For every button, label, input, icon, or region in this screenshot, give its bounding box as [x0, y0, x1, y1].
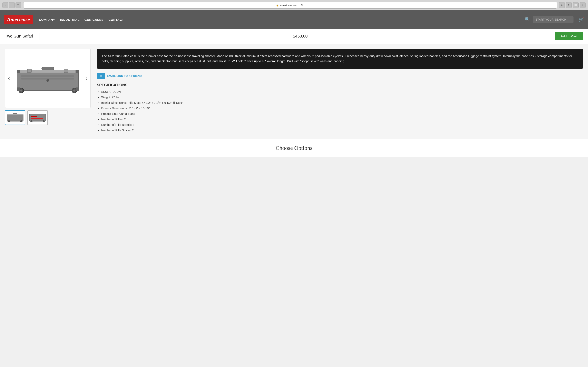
next-image-button[interactable]: ›: [84, 74, 89, 82]
svg-point-5: [20, 90, 22, 92]
cart-button[interactable]: 🛒: [579, 17, 584, 22]
svg-rect-23: [31, 118, 43, 119]
svg-rect-20: [13, 113, 17, 114]
product-bar: Two Gun Safari $453.00 Add to Cart: [0, 29, 588, 44]
email-link-text: EMAIL LINK TO A FRIEND: [107, 75, 142, 77]
url-text: americase.com: [280, 4, 298, 7]
svg-rect-9: [17, 70, 20, 73]
spec-product-line: Product Line: Aluma-Trans: [101, 112, 583, 116]
lock-icon: 🔒: [276, 4, 279, 7]
address-bar[interactable]: 🔒 americase.com ↻: [23, 2, 557, 8]
nav-company[interactable]: COMPANY: [39, 18, 55, 21]
nav-gun-cases[interactable]: GUN CASES: [85, 18, 104, 21]
back-button[interactable]: ‹: [2, 2, 8, 8]
spec-weight: Weight: 27 lbs: [101, 95, 583, 100]
description-box: The AT-2 Gun Safari case is the premier …: [97, 49, 583, 69]
forward-button[interactable]: ›: [9, 2, 15, 8]
svg-rect-11: [17, 87, 20, 91]
site-header: Americase COMPANY INDUSTRIAL GUN CASES C…: [0, 10, 588, 29]
main-nav: COMPANY INDUSTRIAL GUN CASES CONTACT: [39, 18, 525, 21]
svg-point-25: [43, 120, 45, 122]
search-input[interactable]: [533, 16, 573, 23]
svg-rect-22: [31, 116, 37, 117]
email-icon: ✉: [97, 73, 105, 79]
svg-point-24: [30, 120, 33, 122]
image-gallery: ‹: [5, 49, 91, 134]
new-tab-button[interactable]: +: [580, 2, 586, 8]
main-image-wrapper: ‹: [5, 49, 91, 108]
website: Americase COMPANY INDUSTRIAL GUN CASES C…: [0, 10, 588, 157]
browser-nav-buttons: ‹ › ☰: [2, 2, 21, 8]
search-area: 🔍 🛒: [525, 16, 584, 23]
thumbnails: [5, 110, 91, 125]
svg-point-17: [8, 120, 10, 122]
svg-rect-1: [17, 70, 78, 73]
nav-industrial[interactable]: INDUSTRIAL: [60, 18, 80, 21]
options-divider-right: [316, 148, 583, 148]
logo-text: Americase: [7, 17, 30, 22]
specs-title: SPECIFICATIONS: [97, 83, 583, 87]
spec-num-rifles: Number of Rifles: 2: [101, 117, 583, 122]
svg-point-18: [20, 120, 22, 122]
spec-interior-dimensions: Interior Dimensions: Rifle Slots: 47 1/2…: [101, 101, 583, 105]
browser-actions: ⬇ ⬆ ⬜ +: [559, 2, 586, 8]
add-to-cart-button[interactable]: Add to Cart: [555, 32, 583, 40]
spec-num-stocks: Number of Rifle Stocks: 2: [101, 128, 583, 133]
options-divider-left: [5, 148, 272, 148]
svg-rect-12: [76, 87, 79, 91]
specs-list: SKU: AT-2GUN Weight: 27 lbs Interior Dim…: [97, 90, 583, 133]
share-button[interactable]: ⬆: [566, 2, 572, 8]
svg-rect-15: [21, 78, 74, 80]
svg-rect-3: [64, 69, 68, 73]
reload-button[interactable]: ↻: [299, 3, 304, 8]
product-main-image: [15, 60, 80, 97]
svg-rect-10: [76, 70, 79, 73]
logo[interactable]: Americase: [4, 15, 33, 24]
choose-options-inner: Choose Options: [5, 145, 583, 151]
prev-image-button[interactable]: ‹: [6, 74, 11, 82]
spec-sku: SKU: AT-2GUN: [101, 90, 583, 94]
thumbnail-2[interactable]: [27, 110, 48, 125]
product-content: ‹: [0, 44, 588, 139]
thumbnail-1[interactable]: [5, 110, 25, 125]
svg-rect-8: [42, 67, 54, 70]
product-description: The AT-2 Gun Safari case is the premier …: [102, 54, 572, 63]
window-button[interactable]: ⬜: [573, 2, 579, 8]
svg-point-7: [73, 90, 75, 92]
spec-exterior-dimensions: Exterior Dimensions: 51" x 7" x 10-1/2": [101, 106, 583, 110]
product-price: $453.00: [45, 34, 555, 39]
reader-mode-button[interactable]: ☰: [16, 2, 21, 8]
browser-chrome: ‹ › ☰ 🔒 americase.com ↻ ⬇ ⬆ ⬜ +: [0, 0, 588, 10]
svg-rect-14: [21, 75, 74, 77]
download-icon-btn[interactable]: ⬇: [559, 2, 565, 8]
search-icon[interactable]: 🔍: [525, 17, 530, 22]
nav-contact[interactable]: CONTACT: [108, 18, 124, 21]
choose-options-title: Choose Options: [276, 145, 312, 151]
product-right: The AT-2 Gun Safari case is the premier …: [97, 49, 583, 134]
choose-options-section: Choose Options: [0, 139, 588, 157]
svg-rect-2: [27, 69, 31, 73]
product-title: Two Gun Safari: [5, 34, 33, 39]
logo-wrapper: Americase: [4, 15, 33, 24]
product-bar-divider: [39, 33, 39, 40]
svg-rect-16: [7, 114, 23, 121]
email-link[interactable]: ✉ EMAIL LINK TO A FRIEND: [97, 73, 583, 79]
spec-num-barrels: Number of Rifle Barrels: 2: [101, 123, 583, 127]
